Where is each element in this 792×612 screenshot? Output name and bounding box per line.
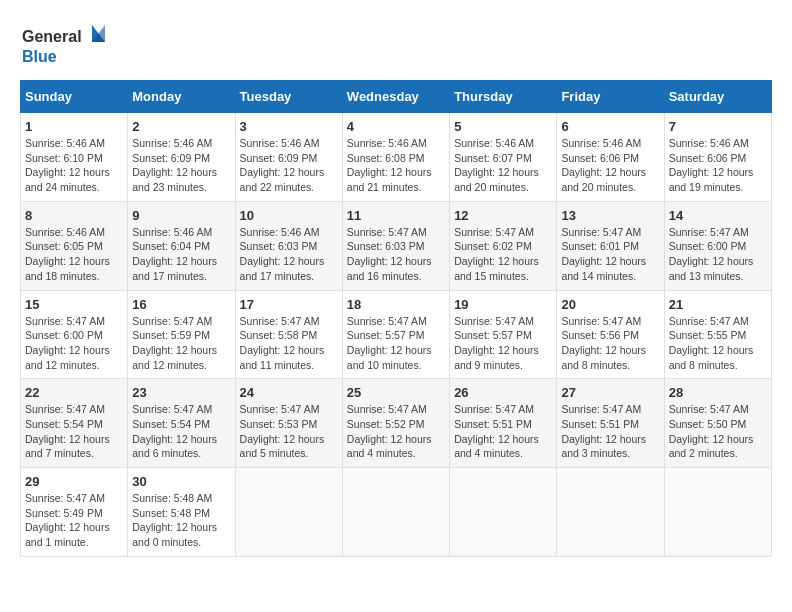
day-number: 7: [669, 119, 767, 134]
daylight: Daylight: 12 hours and 16 minutes.: [347, 255, 432, 282]
daylight: Daylight: 12 hours and 20 minutes.: [454, 166, 539, 193]
sunset: Sunset: 6:01 PM: [561, 240, 639, 252]
daylight: Daylight: 12 hours and 12 minutes.: [132, 344, 217, 371]
calendar-cell: 8 Sunrise: 5:46 AM Sunset: 6:05 PM Dayli…: [21, 201, 128, 290]
daylight: Daylight: 12 hours and 9 minutes.: [454, 344, 539, 371]
day-number: 25: [347, 385, 445, 400]
calendar-cell: 11 Sunrise: 5:47 AM Sunset: 6:03 PM Dayl…: [342, 201, 449, 290]
sunset: Sunset: 5:57 PM: [347, 329, 425, 341]
sunrise: Sunrise: 5:47 AM: [561, 315, 641, 327]
day-number: 6: [561, 119, 659, 134]
sunrise: Sunrise: 5:47 AM: [454, 315, 534, 327]
daylight: Daylight: 12 hours and 4 minutes.: [347, 433, 432, 460]
header-day: Sunday: [21, 81, 128, 113]
day-info: Sunrise: 5:47 AM Sunset: 5:52 PM Dayligh…: [347, 402, 445, 461]
sunset: Sunset: 5:52 PM: [347, 418, 425, 430]
day-number: 23: [132, 385, 230, 400]
sunrise: Sunrise: 5:46 AM: [669, 137, 749, 149]
day-info: Sunrise: 5:47 AM Sunset: 5:50 PM Dayligh…: [669, 402, 767, 461]
daylight: Daylight: 12 hours and 19 minutes.: [669, 166, 754, 193]
sunrise: Sunrise: 5:46 AM: [561, 137, 641, 149]
sunset: Sunset: 5:53 PM: [240, 418, 318, 430]
calendar-cell: [450, 468, 557, 557]
calendar-cell: 14 Sunrise: 5:47 AM Sunset: 6:00 PM Dayl…: [664, 201, 771, 290]
sunrise: Sunrise: 5:46 AM: [454, 137, 534, 149]
header-day: Wednesday: [342, 81, 449, 113]
daylight: Daylight: 12 hours and 24 minutes.: [25, 166, 110, 193]
calendar-cell: 30 Sunrise: 5:48 AM Sunset: 5:48 PM Dayl…: [128, 468, 235, 557]
daylight: Daylight: 12 hours and 8 minutes.: [669, 344, 754, 371]
calendar-cell: 27 Sunrise: 5:47 AM Sunset: 5:51 PM Dayl…: [557, 379, 664, 468]
day-info: Sunrise: 5:47 AM Sunset: 5:56 PM Dayligh…: [561, 314, 659, 373]
day-info: Sunrise: 5:47 AM Sunset: 5:57 PM Dayligh…: [454, 314, 552, 373]
calendar-cell: 5 Sunrise: 5:46 AM Sunset: 6:07 PM Dayli…: [450, 113, 557, 202]
sunset: Sunset: 5:54 PM: [132, 418, 210, 430]
sunrise: Sunrise: 5:46 AM: [25, 226, 105, 238]
sunrise: Sunrise: 5:47 AM: [347, 315, 427, 327]
sunrise: Sunrise: 5:47 AM: [561, 403, 641, 415]
sunset: Sunset: 6:00 PM: [669, 240, 747, 252]
day-number: 1: [25, 119, 123, 134]
day-number: 29: [25, 474, 123, 489]
calendar-cell: 23 Sunrise: 5:47 AM Sunset: 5:54 PM Dayl…: [128, 379, 235, 468]
daylight: Daylight: 12 hours and 17 minutes.: [132, 255, 217, 282]
sunrise: Sunrise: 5:47 AM: [669, 315, 749, 327]
sunset: Sunset: 6:00 PM: [25, 329, 103, 341]
daylight: Daylight: 12 hours and 10 minutes.: [347, 344, 432, 371]
day-info: Sunrise: 5:46 AM Sunset: 6:06 PM Dayligh…: [561, 136, 659, 195]
sunset: Sunset: 5:54 PM: [25, 418, 103, 430]
day-number: 3: [240, 119, 338, 134]
day-info: Sunrise: 5:47 AM Sunset: 5:53 PM Dayligh…: [240, 402, 338, 461]
daylight: Daylight: 12 hours and 11 minutes.: [240, 344, 325, 371]
sunrise: Sunrise: 5:46 AM: [240, 137, 320, 149]
calendar-cell: 21 Sunrise: 5:47 AM Sunset: 5:55 PM Dayl…: [664, 290, 771, 379]
day-info: Sunrise: 5:47 AM Sunset: 5:57 PM Dayligh…: [347, 314, 445, 373]
daylight: Daylight: 12 hours and 4 minutes.: [454, 433, 539, 460]
day-number: 28: [669, 385, 767, 400]
day-number: 30: [132, 474, 230, 489]
sunrise: Sunrise: 5:46 AM: [132, 226, 212, 238]
day-info: Sunrise: 5:47 AM Sunset: 5:58 PM Dayligh…: [240, 314, 338, 373]
day-number: 10: [240, 208, 338, 223]
sunset: Sunset: 5:58 PM: [240, 329, 318, 341]
day-info: Sunrise: 5:47 AM Sunset: 6:00 PM Dayligh…: [25, 314, 123, 373]
sunrise: Sunrise: 5:47 AM: [454, 226, 534, 238]
calendar-cell: [557, 468, 664, 557]
sunrise: Sunrise: 5:46 AM: [347, 137, 427, 149]
day-info: Sunrise: 5:47 AM Sunset: 6:02 PM Dayligh…: [454, 225, 552, 284]
day-info: Sunrise: 5:47 AM Sunset: 5:59 PM Dayligh…: [132, 314, 230, 373]
sunrise: Sunrise: 5:47 AM: [25, 492, 105, 504]
calendar-cell: 7 Sunrise: 5:46 AM Sunset: 6:06 PM Dayli…: [664, 113, 771, 202]
calendar-cell: 22 Sunrise: 5:47 AM Sunset: 5:54 PM Dayl…: [21, 379, 128, 468]
calendar-cell: 16 Sunrise: 5:47 AM Sunset: 5:59 PM Dayl…: [128, 290, 235, 379]
sunset: Sunset: 5:57 PM: [454, 329, 532, 341]
calendar-cell: 6 Sunrise: 5:46 AM Sunset: 6:06 PM Dayli…: [557, 113, 664, 202]
day-number: 15: [25, 297, 123, 312]
calendar-cell: 28 Sunrise: 5:47 AM Sunset: 5:50 PM Dayl…: [664, 379, 771, 468]
daylight: Daylight: 12 hours and 18 minutes.: [25, 255, 110, 282]
page-header: General Blue: [20, 20, 772, 70]
daylight: Daylight: 12 hours and 5 minutes.: [240, 433, 325, 460]
sunrise: Sunrise: 5:47 AM: [669, 403, 749, 415]
calendar-cell: 17 Sunrise: 5:47 AM Sunset: 5:58 PM Dayl…: [235, 290, 342, 379]
day-number: 24: [240, 385, 338, 400]
calendar-cell: 20 Sunrise: 5:47 AM Sunset: 5:56 PM Dayl…: [557, 290, 664, 379]
daylight: Daylight: 12 hours and 15 minutes.: [454, 255, 539, 282]
daylight: Daylight: 12 hours and 20 minutes.: [561, 166, 646, 193]
calendar-cell: 3 Sunrise: 5:46 AM Sunset: 6:09 PM Dayli…: [235, 113, 342, 202]
week-row: 29 Sunrise: 5:47 AM Sunset: 5:49 PM Dayl…: [21, 468, 772, 557]
sunrise: Sunrise: 5:47 AM: [454, 403, 534, 415]
week-row: 22 Sunrise: 5:47 AM Sunset: 5:54 PM Dayl…: [21, 379, 772, 468]
logo: General Blue: [20, 20, 110, 70]
day-info: Sunrise: 5:47 AM Sunset: 5:49 PM Dayligh…: [25, 491, 123, 550]
sunset: Sunset: 5:50 PM: [669, 418, 747, 430]
calendar-cell: 29 Sunrise: 5:47 AM Sunset: 5:49 PM Dayl…: [21, 468, 128, 557]
sunset: Sunset: 5:51 PM: [454, 418, 532, 430]
header-day: Tuesday: [235, 81, 342, 113]
day-info: Sunrise: 5:46 AM Sunset: 6:08 PM Dayligh…: [347, 136, 445, 195]
day-number: 9: [132, 208, 230, 223]
header-day: Thursday: [450, 81, 557, 113]
week-row: 8 Sunrise: 5:46 AM Sunset: 6:05 PM Dayli…: [21, 201, 772, 290]
day-number: 5: [454, 119, 552, 134]
calendar-cell: 2 Sunrise: 5:46 AM Sunset: 6:09 PM Dayli…: [128, 113, 235, 202]
